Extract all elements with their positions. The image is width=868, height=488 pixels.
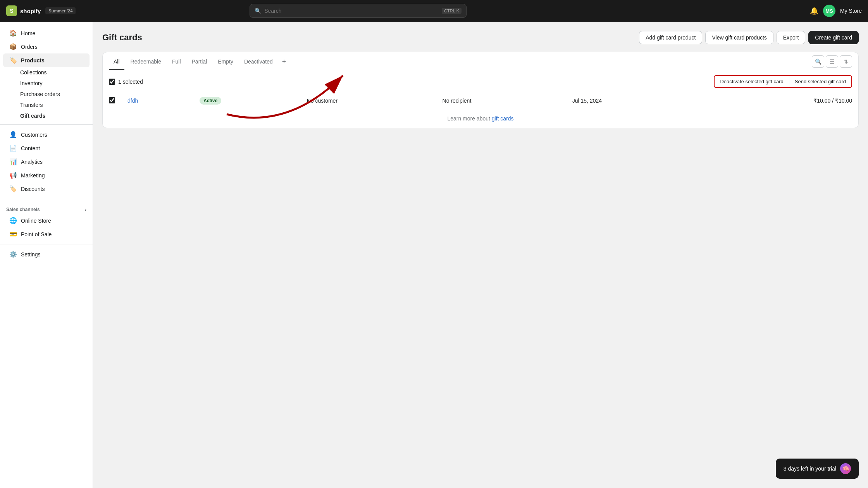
sidebar-item-products[interactable]: 🏷️ Products	[3, 53, 90, 67]
sidebar-item-marketing[interactable]: 📢 Marketing	[3, 168, 90, 182]
search-bar[interactable]: 🔍 CTRL K	[250, 4, 467, 18]
shopify-wordmark: shopify	[20, 8, 41, 14]
tab-all[interactable]: All	[109, 54, 124, 70]
filter-tabs: All Redeemable Full Partial Empty Deacti…	[103, 52, 858, 71]
sidebar-products-submenu: Collections Inventory Purchase orders Tr…	[0, 67, 93, 121]
settings-icon: ⚙️	[9, 251, 17, 258]
notifications-icon[interactable]: 🔔	[810, 7, 818, 15]
sidebar-label-analytics: Analytics	[21, 159, 43, 165]
view-gift-card-products-button[interactable]: View gift card products	[705, 31, 773, 44]
search-kbd-shortcut: CTRL K	[442, 8, 462, 14]
date-cell: Jul 15, 2024	[566, 92, 698, 109]
sidebar-label-orders: Orders	[21, 44, 38, 50]
analytics-icon: 📊	[9, 158, 17, 165]
sidebar-label-marketing: Marketing	[21, 172, 45, 179]
select-all-checkbox[interactable]	[109, 79, 115, 85]
status-badge: Active	[200, 97, 221, 105]
sidebar-item-orders[interactable]: 📦 Orders	[3, 40, 90, 53]
add-gift-card-product-button[interactable]: Add gift card product	[639, 31, 702, 44]
send-selected-button[interactable]: Send selected gift card	[789, 76, 851, 87]
orders-icon: 📦	[9, 43, 17, 50]
online-store-icon: 🌐	[9, 217, 17, 224]
header-actions: Add gift card product View gift card pro…	[639, 31, 859, 44]
filter-icon-btn[interactable]: ☰	[826, 55, 838, 68]
export-button[interactable]: Export	[777, 31, 805, 44]
sidebar-label-content: Content	[21, 145, 40, 151]
table-toolbar: 1 selected Deactivate selected gift card…	[103, 71, 858, 92]
search-icon-btn[interactable]: 🔍	[812, 55, 824, 68]
main-content: Gift cards Add gift card product View gi…	[93, 22, 868, 488]
sidebar-item-home[interactable]: 🏠 Home	[3, 26, 90, 40]
balance-cell: ₹10.00 / ₹10.00	[698, 92, 858, 109]
sidebar-label-settings: Settings	[21, 251, 41, 258]
tab-empty[interactable]: Empty	[213, 54, 238, 70]
gift-cards-card: All Redeemable Full Partial Empty Deacti…	[102, 52, 859, 128]
sidebar-item-discounts[interactable]: 🏷️ Discounts	[3, 182, 90, 196]
action-bar: Deactivate selected gift card Send selec…	[714, 75, 852, 88]
page-title: Gift cards	[102, 33, 142, 43]
tab-redeemable[interactable]: Redeemable	[126, 54, 166, 70]
sidebar-item-transfers[interactable]: Transfers	[20, 100, 90, 110]
customers-icon: 👤	[9, 131, 17, 138]
sidebar-item-analytics[interactable]: 📊 Analytics	[3, 155, 90, 168]
sales-channels-label: Sales channels ›	[0, 202, 93, 214]
tab-full[interactable]: Full	[167, 54, 186, 70]
products-icon: 🏷️	[9, 57, 17, 64]
sidebar-label-online-store: Online Store	[21, 218, 51, 224]
sort-icon-btn[interactable]: ⇅	[840, 55, 852, 68]
chevron-right-icon: ›	[85, 207, 86, 212]
sidebar-item-settings[interactable]: ⚙️ Settings	[3, 247, 90, 261]
row-checkbox[interactable]	[109, 97, 115, 103]
avatar[interactable]: MS	[823, 5, 835, 17]
sidebar-label-home: Home	[21, 30, 35, 36]
season-badge: Summer '24	[45, 7, 76, 14]
gift-card-name-link[interactable]: dfdh	[127, 98, 138, 104]
sidebar-item-purchase-orders[interactable]: Purchase orders	[20, 89, 90, 100]
home-icon: 🏠	[9, 29, 17, 37]
top-navigation: S shopify Summer '24 🔍 CTRL K 🔔 MS My St…	[0, 0, 868, 22]
gift-cards-table: dfdh Active No customer No recipient Jul…	[103, 92, 858, 109]
sidebar-item-pos[interactable]: 💳 Point of Sale	[3, 227, 90, 241]
shopify-s-icon: S	[6, 5, 17, 16]
table-row: dfdh Active No customer No recipient Jul…	[103, 92, 858, 109]
tab-deactivated[interactable]: Deactivated	[239, 54, 277, 70]
topnav-right: 🔔 MS My Store	[810, 5, 862, 17]
shopify-logo: S shopify Summer '24	[6, 5, 76, 16]
tab-partial[interactable]: Partial	[187, 54, 212, 70]
sidebar-item-online-store[interactable]: 🌐 Online Store	[3, 214, 90, 227]
trial-toast: 3 days left in your trial 🧠	[776, 459, 859, 479]
content-icon: 📄	[9, 144, 17, 152]
sidebar-label-customers: Customers	[21, 132, 47, 138]
search-icon: 🔍	[255, 8, 261, 14]
sidebar-label-products: Products	[21, 57, 45, 64]
sidebar-label-discounts: Discounts	[21, 186, 45, 192]
sidebar-label-pos: Point of Sale	[21, 231, 52, 237]
deactivate-selected-button[interactable]: Deactivate selected gift card	[715, 76, 789, 87]
discounts-icon: 🏷️	[9, 185, 17, 192]
sidebar-item-collections[interactable]: Collections	[20, 67, 90, 78]
create-gift-card-button[interactable]: Create gift card	[808, 31, 859, 44]
pos-icon: 💳	[9, 230, 17, 238]
sidebar: 🏠 Home 📦 Orders 🏷️ Products Collections …	[0, 22, 93, 488]
sidebar-item-customers[interactable]: 👤 Customers	[3, 128, 90, 141]
store-name: My Store	[840, 8, 862, 14]
trial-text: 3 days left in your trial	[784, 466, 836, 472]
sidebar-item-inventory[interactable]: Inventory	[20, 78, 90, 89]
sidebar-item-content[interactable]: 📄 Content	[3, 141, 90, 155]
gift-cards-learn-more-link[interactable]: gift cards	[492, 115, 514, 122]
trial-icon: 🧠	[840, 463, 851, 474]
customer-cell: No customer	[301, 92, 436, 109]
learn-more-section: Learn more about gift cards	[103, 109, 858, 128]
selected-count: 1 selected	[109, 79, 143, 85]
recipient-cell: No recipient	[436, 92, 566, 109]
search-input[interactable]	[264, 8, 439, 14]
toolbar-right: Deactivate selected gift card Send selec…	[714, 75, 852, 88]
page-header: Gift cards Add gift card product View gi…	[102, 31, 859, 44]
sidebar-item-gift-cards[interactable]: Gift cards	[20, 110, 90, 121]
marketing-icon: 📢	[9, 172, 17, 179]
add-tab-icon[interactable]: +	[279, 55, 289, 69]
